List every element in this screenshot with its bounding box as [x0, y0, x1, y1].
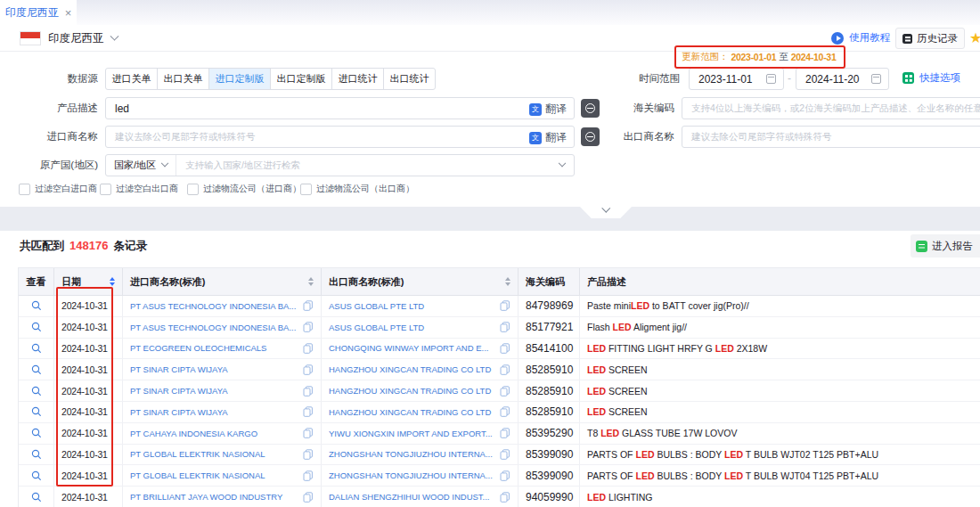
- translate-button[interactable]: 翻译: [529, 102, 567, 117]
- column-header-4[interactable]: 出口商名称(标准): [322, 268, 519, 295]
- copy-icon[interactable]: [303, 386, 314, 397]
- exporter-link[interactable]: YIWU XIONGXIN IMPORT AND EXPORT...: [329, 429, 497, 438]
- data-source-tab-6[interactable]: 出口统计: [383, 69, 435, 89]
- copy-icon[interactable]: [500, 470, 510, 481]
- data-source-tab-5[interactable]: 进口统计: [331, 69, 383, 89]
- view-magnifier-icon[interactable]: [31, 406, 42, 417]
- exporter-link[interactable]: ASUS GLOBAL PTE LTD: [329, 301, 497, 311]
- copy-icon[interactable]: [303, 428, 314, 438]
- copy-icon[interactable]: [303, 406, 314, 417]
- copy-icon[interactable]: [500, 406, 510, 417]
- exporter-link[interactable]: HANGZHOU XINGCAN TRADING CO LTD: [329, 364, 497, 374]
- data-source-tab-1[interactable]: 进口关单: [106, 69, 157, 89]
- customs-code-input[interactable]: 支持4位以上海关编码，或2位海关编码加上产品描述、企业名称的任意信息: [682, 97, 980, 119]
- copy-icon[interactable]: [500, 322, 510, 332]
- exporter-link[interactable]: HANGZHOU XINGCAN TRADING CO LTD: [329, 386, 497, 396]
- copy-icon[interactable]: [500, 492, 510, 503]
- sort-icon[interactable]: [104, 277, 115, 287]
- view-cell[interactable]: [19, 296, 54, 316]
- tab-indonesia[interactable]: 印度尼西亚 ×: [0, 0, 77, 25]
- view-magnifier-icon[interactable]: [31, 470, 42, 481]
- view-magnifier-icon[interactable]: [31, 364, 42, 375]
- checkbox[interactable]: [100, 184, 111, 195]
- filter-checkbox-3[interactable]: 过滤物流公司（进口商）: [187, 183, 301, 195]
- copy-icon[interactable]: [500, 300, 510, 311]
- importer-link[interactable]: PT SINAR CIPTA WIJAYA: [130, 386, 300, 396]
- date-from-input[interactable]: 2023-11-01: [689, 68, 784, 90]
- view-magnifier-icon[interactable]: [31, 322, 42, 332]
- view-cell[interactable]: [19, 487, 54, 507]
- exporter-link[interactable]: CHONGQING WINWAY IMPORT AND E...: [329, 343, 497, 353]
- copy-icon[interactable]: [500, 428, 510, 438]
- importer-link[interactable]: PT ECOGREEN OLEOCHEMICALS: [130, 343, 300, 353]
- importer-link[interactable]: PT GLOBAL ELEKTRIK NASIONAL: [130, 449, 300, 459]
- importer-link[interactable]: PT CAHAYA INDONESIA KARGO: [130, 429, 300, 438]
- product-desc-input[interactable]: led 翻译: [105, 97, 575, 119]
- copy-icon[interactable]: [303, 322, 314, 332]
- view-magnifier-icon[interactable]: [31, 428, 42, 438]
- copy-icon[interactable]: [303, 300, 314, 311]
- data-source-tab-2[interactable]: 出口关单: [157, 69, 208, 89]
- importer-link[interactable]: PT SINAR CIPTA WIJAYA: [130, 407, 300, 417]
- column-header-2[interactable]: 日期: [54, 268, 123, 295]
- view-magnifier-icon[interactable]: [31, 300, 42, 311]
- view-magnifier-icon[interactable]: [31, 386, 42, 397]
- copy-icon[interactable]: [303, 470, 314, 481]
- sort-icon[interactable]: [500, 277, 510, 287]
- filter-checkbox-4[interactable]: 过滤物流公司（出口商）: [300, 183, 414, 195]
- favorite-star-icon[interactable]: [969, 29, 980, 46]
- view-magnifier-icon[interactable]: [31, 492, 42, 503]
- view-cell[interactable]: [19, 380, 54, 401]
- copy-icon[interactable]: [500, 449, 510, 460]
- view-cell[interactable]: [19, 359, 54, 380]
- exporter-link[interactable]: ZHONGSHAN TONGJIUZHOU INTERNA...: [329, 449, 497, 459]
- copy-icon[interactable]: [303, 364, 314, 375]
- exporter-input[interactable]: 建议去除公司尾部字符或特殊符号: [682, 126, 980, 148]
- view-cell[interactable]: [19, 423, 54, 444]
- translate-button[interactable]: 翻译: [529, 130, 567, 145]
- view-cell[interactable]: [19, 445, 54, 465]
- tab-close-icon[interactable]: ×: [65, 7, 72, 19]
- view-cell[interactable]: [19, 317, 54, 338]
- data-source-tab-4[interactable]: 出口定制版: [270, 69, 331, 89]
- importer-link[interactable]: PT SINAR CIPTA WIJAYA: [130, 364, 300, 374]
- importer-link[interactable]: PT ASUS TECHNOLOGY INDONESIA BA...: [130, 323, 300, 332]
- view-cell[interactable]: [19, 339, 54, 359]
- copy-icon[interactable]: [303, 343, 314, 354]
- collapse-panel-button[interactable]: [580, 207, 632, 218]
- copy-icon[interactable]: [500, 386, 510, 397]
- date-to-input[interactable]: 2024-11-20: [796, 68, 889, 90]
- data-source-tab-3[interactable]: 进口定制版: [208, 69, 270, 89]
- copy-icon[interactable]: [303, 492, 314, 503]
- enter-report-button[interactable]: 进入报告: [911, 234, 980, 258]
- exporter-link[interactable]: ZHONGSHAN TONGJIUZHOU INTERNA...: [329, 470, 497, 480]
- view-cell[interactable]: [19, 402, 54, 422]
- importer-link[interactable]: PT BRILLIANT JAYA WOOD INDUSTRY: [130, 492, 300, 502]
- exporter-link[interactable]: DALIAN SHENGZHIHUI WOOD INDUST...: [329, 492, 497, 502]
- sort-icon[interactable]: [303, 277, 314, 287]
- origin-selector[interactable]: 国家/地区 支持输入国家/地区进行检索: [105, 154, 575, 176]
- filter-checkbox-1[interactable]: 过滤空白进口商: [19, 183, 97, 195]
- view-magnifier-icon[interactable]: [31, 343, 42, 354]
- column-header-3[interactable]: 进口商名称(标准): [123, 268, 322, 295]
- origin-type-select[interactable]: 国家/地区: [106, 155, 176, 176]
- importer-cell: PT ASUS TECHNOLOGY INDONESIA BA...: [123, 296, 322, 316]
- checkbox[interactable]: [187, 184, 199, 195]
- exporter-link[interactable]: ASUS GLOBAL PTE LTD: [329, 323, 497, 332]
- quick-options-link[interactable]: 快捷选项: [902, 71, 960, 85]
- checkbox[interactable]: [19, 184, 30, 195]
- history-button[interactable]: 历史记录: [895, 28, 965, 49]
- copy-icon[interactable]: [500, 343, 510, 354]
- view-cell[interactable]: [19, 465, 54, 486]
- exporter-link[interactable]: HANGZHOU XINGCAN TRADING CO LTD: [329, 407, 497, 417]
- country-selector[interactable]: 印度尼西亚: [20, 30, 118, 46]
- checkbox[interactable]: [300, 184, 312, 195]
- view-magnifier-icon[interactable]: [31, 449, 42, 460]
- importer-input[interactable]: 建议去除公司尾部字符或特殊符号 翻译: [105, 126, 575, 148]
- filter-checkbox-2[interactable]: 过滤空白出口商: [100, 183, 178, 195]
- tutorial-link[interactable]: 使用教程: [831, 31, 890, 45]
- copy-icon[interactable]: [303, 449, 314, 460]
- copy-icon[interactable]: [500, 364, 510, 375]
- importer-link[interactable]: PT ASUS TECHNOLOGY INDONESIA BA...: [130, 301, 300, 311]
- importer-link[interactable]: PT GLOBAL ELEKTRIK NASIONAL: [130, 470, 300, 480]
